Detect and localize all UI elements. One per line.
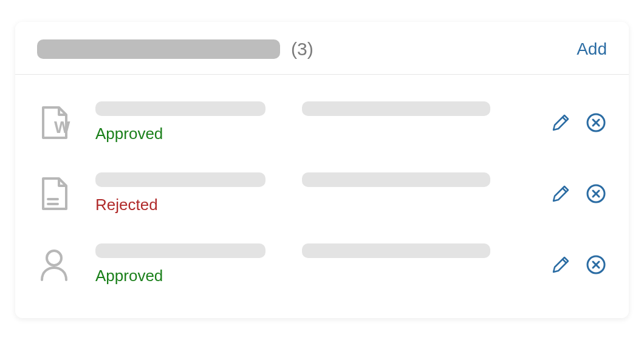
close-circle-icon <box>586 112 606 133</box>
file-text-icon <box>37 175 74 212</box>
text-skeleton <box>302 243 490 258</box>
svg-line-1 <box>563 117 566 121</box>
card-header: (3) Add <box>15 22 629 75</box>
list: W Approved <box>15 75 629 318</box>
title-skeleton <box>37 39 280 59</box>
file-word-icon: W <box>37 104 74 141</box>
pencil-icon <box>551 184 570 203</box>
row-actions <box>550 112 607 134</box>
svg-point-11 <box>47 251 61 265</box>
text-skeleton <box>95 172 265 187</box>
svg-text:W: W <box>54 118 70 137</box>
status-label: Approved <box>95 267 538 285</box>
card: (3) Add W Approved <box>15 22 629 318</box>
text-skeleton <box>95 243 265 258</box>
text-skeleton <box>302 172 490 187</box>
person-icon <box>37 246 74 283</box>
delete-button[interactable] <box>585 254 607 276</box>
add-button[interactable]: Add <box>577 39 607 59</box>
delete-button[interactable] <box>585 183 607 205</box>
row-content: Rejected <box>95 172 538 214</box>
list-item: W Approved <box>37 87 607 158</box>
edit-button[interactable] <box>550 254 572 276</box>
close-circle-icon <box>586 254 606 275</box>
svg-line-7 <box>563 188 566 192</box>
status-label: Approved <box>95 124 538 143</box>
list-item: Rejected <box>37 158 607 229</box>
row-content: Approved <box>95 101 538 143</box>
list-item: Approved <box>37 229 607 300</box>
delete-button[interactable] <box>585 112 607 134</box>
edit-button[interactable] <box>550 183 572 205</box>
edit-button[interactable] <box>550 112 572 134</box>
row-actions <box>550 183 607 205</box>
pencil-icon <box>551 113 570 132</box>
text-skeleton <box>302 101 490 116</box>
row-content: Approved <box>95 243 538 285</box>
svg-line-12 <box>563 259 566 263</box>
close-circle-icon <box>586 183 606 204</box>
pencil-icon <box>551 255 570 274</box>
text-skeleton <box>95 101 265 116</box>
status-label: Rejected <box>95 195 538 214</box>
count-label: (3) <box>291 39 313 59</box>
row-actions <box>550 254 607 276</box>
